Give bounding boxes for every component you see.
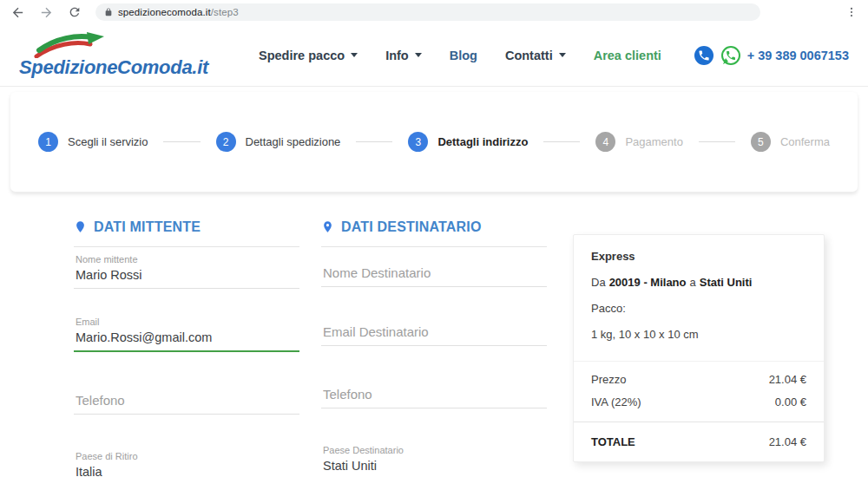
chevron-down-icon: [415, 53, 422, 57]
total-label: TOTALE: [591, 435, 635, 448]
chevron-down-icon: [559, 53, 566, 57]
logo-flag-swoosh-icon: [31, 32, 111, 58]
sender-phone-input[interactable]: [74, 390, 299, 415]
step-connector: [356, 141, 392, 142]
price-label: Prezzo: [591, 373, 626, 386]
divider: [321, 246, 547, 247]
order-summary-card: Express Da20019 - MilanoaStati Uniti Pac…: [573, 234, 825, 462]
sender-email-label: Email: [74, 317, 299, 327]
nav-info[interactable]: Info: [385, 49, 422, 62]
whatsapp-icon[interactable]: [720, 45, 741, 66]
summary-price-row: Prezzo 21.04 €: [591, 373, 806, 386]
summary-route-to: Stati Uniti: [700, 276, 753, 289]
pin-filled-icon: [74, 219, 87, 235]
site-header: SpedizioneComoda.it Spedire pacco Info B…: [0, 24, 868, 87]
phone-number[interactable]: + 39 389 0067153: [747, 49, 849, 62]
nav-area-clienti[interactable]: Area clienti: [594, 49, 661, 62]
step-2-dettagli-spedizione[interactable]: 2 Dettagli spedizione: [216, 132, 341, 152]
browser-menu-icon[interactable]: [845, 5, 858, 19]
summary-route-from: 20019 - Milano: [609, 276, 687, 289]
nav-contatti[interactable]: Contatti: [505, 49, 566, 62]
step-connector: [163, 141, 200, 142]
recipient-section: DATI DESTINATARIO Paese Destinatario Sta…: [321, 219, 547, 473]
phone-icon[interactable]: [694, 45, 714, 66]
sender-section: DATI MITTENTE Nome mittente Email Paese …: [74, 219, 299, 477]
site-logo[interactable]: SpedizioneComoda.it: [19, 32, 252, 79]
summary-route: Da20019 - MilanoaStati Uniti: [591, 276, 806, 289]
divider: [74, 246, 299, 247]
summary-service: Express: [591, 250, 806, 263]
recipient-title: DATI DESTINATARIO: [341, 219, 482, 235]
pin-outline-icon: [321, 219, 334, 235]
summary-package-label: Pacco:: [591, 302, 806, 315]
step-connector: [699, 141, 735, 142]
browser-toolbar: spedizionecomoda.it/step3: [0, 0, 868, 24]
step-5-conferma: 5 Conferma: [751, 132, 830, 152]
step-connector: [543, 141, 580, 142]
progress-steps: 1 Scegli il servizio 2 Dettagli spedizio…: [10, 92, 858, 193]
step-label: Dettagli spedizione: [246, 135, 341, 148]
step-label: Pagamento: [625, 135, 683, 148]
main-content: DATI MITTENTE Nome mittente Email Paese …: [0, 193, 868, 477]
main-nav: Spedire pacco Info Blog Contatti Area cl…: [259, 49, 661, 62]
step-1-scegli-il-servizio[interactable]: 1 Scegli il servizio: [38, 132, 148, 152]
vat-value: 0.00 €: [775, 395, 806, 408]
contact-block: + 39 389 0067153: [694, 45, 849, 66]
sender-name-label: Nome mittente: [74, 254, 299, 265]
vat-label: IVA (22%): [591, 395, 641, 408]
price-value: 21.04 €: [769, 373, 806, 386]
nav-spedire-pacco[interactable]: Spedire pacco: [259, 49, 358, 62]
total-value: 21.04 €: [769, 435, 806, 448]
forward-icon[interactable]: [39, 5, 54, 20]
sender-name-input[interactable]: [74, 265, 299, 289]
step-3-dettagli-indirizzo[interactable]: 3 Dettagli indirizzo: [408, 132, 528, 152]
step-label: Scegli il servizio: [68, 135, 148, 148]
nav-blog[interactable]: Blog: [450, 49, 477, 62]
summary-vat-row: IVA (22%) 0.00 €: [591, 395, 806, 408]
step-label: Dettagli indirizzo: [437, 135, 528, 148]
recipient-country-value[interactable]: Stati Uniti: [321, 455, 547, 473]
step-number: 5: [751, 132, 771, 152]
lock-icon: [104, 7, 113, 17]
sender-title: DATI MITTENTE: [94, 219, 201, 235]
summary-package-value: 1 kg, 10 x 10 x 10 cm: [591, 328, 806, 341]
back-icon[interactable]: [10, 5, 25, 20]
recipient-country-label: Paese Destinatario: [321, 445, 547, 455]
recipient-email-input[interactable]: [321, 322, 547, 346]
logo-text: SpedizioneComoda.it: [19, 56, 252, 79]
summary-total-row: TOTALE 21.04 €: [574, 421, 824, 461]
step-label: Conferma: [780, 135, 830, 148]
step-4-pagamento: 4 Pagamento: [595, 132, 683, 152]
step-number: 2: [216, 132, 236, 152]
sender-country-label: Paese di Ritiro: [74, 451, 299, 461]
address-bar[interactable]: spedizionecomoda.it/step3: [95, 3, 760, 21]
url-text: spedizionecomoda.it/step3: [118, 7, 239, 17]
recipient-name-input[interactable]: [321, 263, 547, 287]
step-number: 3: [408, 132, 428, 152]
chevron-down-icon: [351, 53, 358, 57]
step-number: 4: [595, 132, 615, 152]
step-number: 1: [38, 132, 58, 152]
sender-email-input[interactable]: [74, 327, 299, 352]
sender-country-value[interactable]: Italia: [74, 461, 299, 477]
refresh-icon[interactable]: [68, 5, 82, 19]
recipient-phone-input[interactable]: [321, 384, 547, 408]
